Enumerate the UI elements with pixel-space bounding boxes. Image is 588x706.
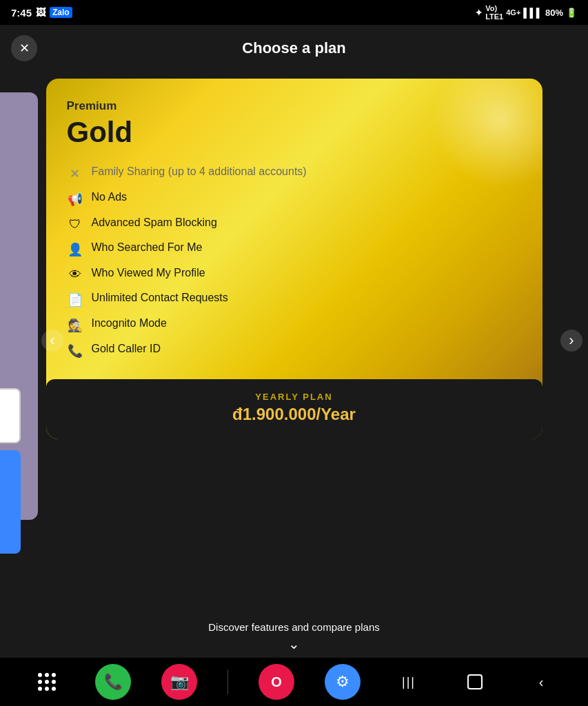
feature-icon-x: ✕ [67, 166, 83, 181]
next-plan-button[interactable]: › [560, 330, 582, 352]
opera-button[interactable]: O [258, 664, 294, 700]
bottom-section: Discover features and compare plans ⌄ [0, 609, 588, 658]
feature-spam-blocking: 🛡 Advanced Spam Blocking [67, 216, 522, 232]
feature-text: Family Sharing (up to 4 additional accou… [92, 165, 307, 178]
side-panel-left-bottom [0, 450, 21, 554]
feature-no-ads: 📢 No Ads [67, 191, 522, 207]
header: ✕ Choose a plan [0, 25, 588, 72]
chevron-down-icon[interactable]: ⌄ [0, 636, 588, 652]
feature-incognito: 🕵 Incognito Mode [67, 317, 522, 333]
nav-divider [227, 669, 228, 694]
plan-type-label: YEARLY PLAN [67, 392, 522, 402]
page-title: Choose a plan [242, 39, 345, 57]
back-icon: ‹ [539, 674, 544, 690]
feature-who-viewed: 👁 Who Viewed My Profile [67, 267, 522, 282]
apps-grid-icon [38, 673, 56, 691]
feature-text: Incognito Mode [92, 317, 167, 330]
bluetooth-icon: ✦ [475, 8, 483, 18]
feature-text: Advanced Spam Blocking [92, 216, 217, 229]
feature-text: Who Viewed My Profile [92, 267, 205, 279]
plan-price: đ1.900.000/Year [67, 405, 522, 424]
feature-text: No Ads [92, 191, 128, 203]
prev-plan-button[interactable]: ‹ [41, 330, 63, 352]
feature-caller-id: 📞 Gold Caller ID [67, 343, 522, 359]
feature-icon-phone: 📞 [67, 343, 83, 359]
status-right: ✦ Vo)LTE1 4G+ ▌▌▌ 80% 🔋 [475, 4, 577, 21]
feature-text: Who Searched For Me [92, 241, 203, 254]
carrier-icon: Vo)LTE1 [485, 4, 503, 21]
android-nav-bar: 📞 📷 O ⚙ ||| ‹ [0, 658, 588, 706]
feature-icon-contact: 📄 [67, 292, 83, 307]
status-bar: 7:45 🖼 Zalo ✦ Vo)LTE1 4G+ ▌▌▌ 80% 🔋 [0, 0, 588, 25]
plan-name: Gold [67, 116, 522, 149]
status-time: 7:45 [11, 7, 32, 19]
camera-icon: 📷 [170, 673, 189, 691]
signal-bars-icon: ▌▌▌ [523, 8, 543, 18]
feature-contact-requests: 📄 Unlimited Contact Requests [67, 292, 522, 307]
feature-text: Gold Caller ID [92, 343, 161, 355]
close-button[interactable]: ✕ [11, 35, 37, 61]
status-left: 7:45 🖼 Zalo [11, 7, 72, 19]
battery-icon: 🔋 [566, 8, 577, 18]
subscribe-button[interactable]: YEARLY PLAN đ1.900.000/Year [46, 379, 543, 439]
phone-icon: 📞 [104, 673, 123, 691]
feature-icon-search-person: 👤 [67, 242, 83, 257]
opera-icon: O [271, 674, 282, 690]
recent-apps-icon: ||| [402, 675, 416, 689]
feature-family-sharing: ✕ Family Sharing (up to 4 additional acc… [67, 165, 522, 181]
feature-text: Unlimited Contact Requests [92, 292, 228, 304]
features-list: ✕ Family Sharing (up to 4 additional acc… [67, 165, 522, 359]
zalo-icon: Zalo [50, 7, 72, 18]
feature-icon-eye: 👁 [67, 268, 83, 282]
plan-card: Premium Gold ✕ Family Sharing (up to 4 a… [46, 79, 543, 439]
back-button[interactable]: ‹ [523, 664, 559, 700]
settings-button[interactable]: ⚙ [325, 664, 361, 700]
feature-icon-incognito: 🕵 [67, 318, 83, 333]
gear-icon: ⚙ [336, 673, 349, 691]
recent-apps-button[interactable]: ||| [391, 664, 427, 700]
plan-tier: Premium [67, 99, 522, 113]
feature-who-searched: 👤 Who Searched For Me [67, 241, 522, 257]
home-button[interactable] [457, 664, 493, 700]
home-icon [467, 674, 483, 689]
battery-level: 80% [545, 8, 563, 18]
phone-button[interactable]: 📞 [95, 664, 131, 700]
camera-button[interactable]: 📷 [161, 664, 197, 700]
feature-icon-shield: 🛡 [67, 217, 83, 232]
side-panel-left-mid [0, 388, 21, 443]
main-content: ‹ Premium Gold ✕ Family Sharing (up to 4… [0, 72, 588, 609]
photo-icon: 🖼 [36, 7, 45, 18]
feature-icon-noads: 📢 [67, 192, 83, 207]
signal-4g-icon: 4G+ [506, 8, 520, 17]
apps-button[interactable] [29, 664, 65, 700]
discover-text: Discover features and compare plans [0, 621, 588, 633]
